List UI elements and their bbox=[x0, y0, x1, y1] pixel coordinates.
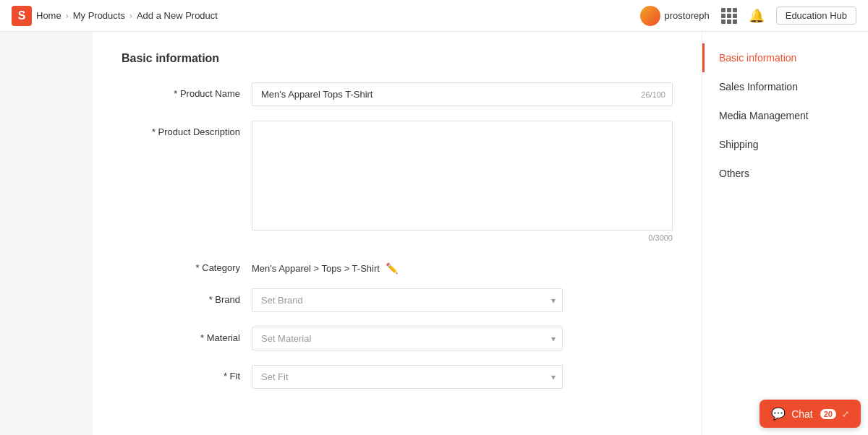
section-title: Basic information bbox=[122, 52, 673, 65]
brand-label: * Brand bbox=[122, 288, 252, 305]
breadcrumb-home[interactable]: Home bbox=[36, 10, 61, 21]
product-name-wrapper: 26/100 bbox=[252, 82, 673, 106]
fit-select[interactable]: Set Fit bbox=[252, 365, 563, 389]
sidebar-item-shipping[interactable]: Shipping bbox=[702, 130, 868, 159]
store-avatar bbox=[640, 6, 660, 26]
breadcrumb-current: Add a New Product bbox=[137, 10, 218, 21]
breadcrumb-my-products[interactable]: My Products bbox=[73, 10, 125, 21]
apps-icon[interactable] bbox=[721, 8, 737, 24]
chat-label: Chat bbox=[791, 408, 813, 420]
sidebar-item-sales-information[interactable]: Sales Information bbox=[702, 72, 868, 101]
product-description-wrapper: 0/3000 bbox=[252, 121, 673, 242]
product-description-char-count: 0/3000 bbox=[252, 233, 673, 242]
right-sidebar: Basic information Sales Information Medi… bbox=[702, 32, 868, 435]
category-edit-icon[interactable]: ✏️ bbox=[386, 262, 398, 274]
chat-badge: 20 bbox=[820, 409, 836, 419]
product-name-input[interactable] bbox=[252, 82, 673, 106]
material-select[interactable]: Set Material bbox=[252, 327, 563, 350]
product-description-input[interactable] bbox=[252, 121, 673, 231]
brand-select-wrapper: Set Brand ▾ bbox=[252, 288, 563, 312]
sidebar-item-others[interactable]: Others bbox=[702, 159, 868, 188]
main-wrapper: Basic information * Product Name 26/100 … bbox=[0, 32, 868, 435]
header-left: S Home › My Products › Add a New Product bbox=[12, 6, 640, 26]
material-label: * Material bbox=[122, 327, 252, 343]
product-name-label: * Product Name bbox=[122, 82, 252, 99]
fit-label: * Fit bbox=[122, 365, 252, 382]
breadcrumb-sep-1: › bbox=[66, 11, 69, 21]
product-description-label: * Product Description bbox=[122, 121, 252, 137]
chat-icon: 💬 bbox=[771, 407, 786, 421]
breadcrumb-sep-2: › bbox=[129, 11, 132, 21]
header-right: prostoreph 🔔 Education Hub bbox=[640, 6, 856, 26]
store-avatar-img bbox=[640, 6, 660, 26]
product-name-row: * Product Name 26/100 bbox=[122, 82, 673, 106]
material-select-wrapper: Set Material ▾ bbox=[252, 327, 563, 350]
chat-expand-icon: ⤢ bbox=[842, 409, 849, 419]
product-description-row: * Product Description 0/3000 bbox=[122, 121, 673, 242]
category-label: * Category bbox=[122, 257, 252, 273]
category-row: * Category Men's Apparel > Tops > T-Shir… bbox=[122, 257, 673, 274]
material-row: * Material Set Material ▾ bbox=[122, 327, 673, 350]
education-hub-button[interactable]: Education Hub bbox=[776, 7, 856, 25]
brand-row: * Brand Set Brand ▾ bbox=[122, 288, 673, 312]
category-value: Men's Apparel > Tops > T-Shirt ✏️ bbox=[252, 257, 398, 274]
store-info: prostoreph bbox=[640, 6, 710, 26]
left-spacer bbox=[0, 32, 93, 435]
fit-row: * Fit Set Fit ▾ bbox=[122, 365, 673, 389]
sidebar-item-media-management[interactable]: Media Management bbox=[702, 101, 868, 130]
notification-bell-icon[interactable]: 🔔 bbox=[749, 8, 765, 24]
shopee-logo[interactable]: S bbox=[12, 6, 32, 26]
fit-select-wrapper: Set Fit ▾ bbox=[252, 365, 563, 389]
chat-button[interactable]: 💬 Chat 20 ⤢ bbox=[760, 400, 861, 428]
sidebar-item-basic-information[interactable]: Basic information bbox=[702, 43, 868, 72]
header: S Home › My Products › Add a New Product… bbox=[0, 0, 868, 32]
content-area: Basic information * Product Name 26/100 … bbox=[93, 32, 702, 435]
product-name-char-count: 26/100 bbox=[641, 90, 665, 99]
store-name: prostoreph bbox=[665, 10, 710, 21]
brand-select[interactable]: Set Brand bbox=[252, 288, 563, 312]
